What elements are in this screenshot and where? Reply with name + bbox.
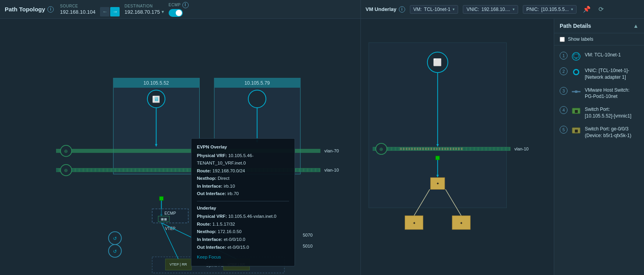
destination-group: Destination 192.168.70.175 ▾ bbox=[124, 4, 164, 15]
show-labels-row: Show labels bbox=[554, 33, 644, 45]
ecmp-info-icon[interactable]: i bbox=[182, 2, 189, 8]
tooltip-field: Nexthop: 172.16.0.50 bbox=[197, 228, 289, 236]
dest-value-row: 192.168.70.175 ▾ bbox=[124, 9, 164, 15]
topology-svg: 10.105.5.52 10.105.5.79 ⬜ 🖥 bbox=[0, 19, 360, 275]
left-panel-title: Path Topology i bbox=[5, 6, 54, 13]
path-item-2[interactable]: 2 VNIC: [TCL-10net-1]-[Network adapter 1… bbox=[554, 64, 644, 84]
vnic-dropdown-label-prefix: VNIC: bbox=[466, 7, 479, 12]
vm-dropdown-value: TCL-10net-1 bbox=[424, 7, 450, 12]
svg-text:VTEP | RR: VTEP | RR bbox=[169, 262, 187, 266]
path-item-3[interactable]: 3 VMware Host Switch: PG-Pod1-10net bbox=[554, 84, 644, 103]
direction-buttons: ← → bbox=[100, 7, 120, 16]
source-dest-row: Source 192.168.10.104 ← → Destination 19… bbox=[60, 2, 189, 17]
path-item-5[interactable]: 5 ▦ Switch Port: ge-0/0/3 (Device: b5r1-… bbox=[554, 123, 644, 142]
refresh-icon-btn[interactable]: ⟳ bbox=[597, 4, 605, 14]
path-item-4-num: 4 bbox=[560, 106, 568, 114]
tooltip-field: In Interface: irb.10 bbox=[197, 183, 289, 190]
svg-text:↺: ↺ bbox=[113, 236, 117, 241]
right-panel: VM Underlay i VM: TCL-10net-1 ▾ VNIC: 19… bbox=[361, 0, 644, 275]
tooltip-evpn-fields: Physical VRF: 10.105.5.46-TENANT_10_VRF.… bbox=[197, 152, 289, 198]
path-topology-info-icon[interactable]: i bbox=[47, 6, 54, 13]
path-item-4[interactable]: 4 ▦ Switch Port: [10.105.5.52]-[vmnic1] bbox=[554, 103, 644, 123]
destination-dropdown-btn[interactable]: ▾ bbox=[162, 9, 164, 14]
source-label: Source bbox=[60, 4, 95, 8]
tooltip-field: Out Interface: et-0/0/15.0 bbox=[197, 244, 289, 251]
tooltip-field: Route: 1.1.5.17/32 bbox=[197, 221, 289, 228]
svg-text:✦: ✦ bbox=[413, 221, 416, 225]
svg-text:vlan-10: vlan-10 bbox=[324, 168, 339, 172]
right-content: ⬜ vlan-10 ⊕ bbox=[361, 19, 644, 275]
svg-text:▦: ▦ bbox=[575, 109, 578, 113]
svg-point-74 bbox=[574, 70, 578, 74]
svg-text:↺: ↺ bbox=[113, 249, 117, 254]
tooltip-underlay-title: Underlay bbox=[197, 204, 289, 212]
svg-text:5070: 5070 bbox=[303, 233, 313, 237]
vm-dropdown[interactable]: VM: TCL-10net-1 ▾ bbox=[410, 5, 458, 14]
destination-label: Destination bbox=[124, 4, 164, 8]
svg-text:ECMP: ECMP bbox=[164, 211, 176, 215]
source-value: 192.168.10.104 bbox=[60, 9, 95, 15]
tooltip-evpn-title: EVPN Overlay bbox=[197, 143, 289, 151]
left-panel: Path Topology i Source 192.168.10.104 ← … bbox=[0, 0, 361, 275]
vnic-dropdown-chevron: ▾ bbox=[513, 7, 515, 11]
ecmp-group: ECMP i bbox=[169, 2, 189, 17]
host-switch-icon bbox=[571, 87, 581, 96]
svg-text:vlan-10: vlan-10 bbox=[515, 147, 529, 151]
pnic-dropdown-value: [10.105.5.5... bbox=[541, 7, 569, 12]
source-group: Source 192.168.10.104 bbox=[60, 4, 95, 15]
topology-canvas: 10.105.5.52 10.105.5.79 ⬜ 🖥 bbox=[0, 19, 360, 275]
svg-text:⊕: ⊕ bbox=[379, 147, 383, 152]
path-tooltip: EVPN Overlay Physical VRF: 10.105.5.46-T… bbox=[191, 138, 295, 266]
vm-underlay-info-icon[interactable]: i bbox=[399, 6, 405, 13]
pin-icon-btn[interactable]: 📌 bbox=[581, 4, 592, 14]
tooltip-field: In Interface: et-0/0/10.0 bbox=[197, 236, 289, 244]
path-details-header: Path Details ▲ bbox=[554, 19, 644, 33]
svg-text:10.105.5.79: 10.105.5.79 bbox=[244, 80, 270, 86]
path-details-panel: Path Details ▲ Show labels 1 bbox=[554, 19, 644, 275]
svg-rect-24 bbox=[159, 197, 163, 201]
svg-rect-58 bbox=[436, 156, 440, 160]
path-item-1-num: 1 bbox=[560, 52, 568, 60]
svg-rect-69 bbox=[572, 52, 580, 60]
svg-point-10 bbox=[248, 90, 266, 108]
tooltip-field: Nexthop: Direct bbox=[197, 175, 289, 183]
svg-text:vlan-70: vlan-70 bbox=[324, 148, 339, 153]
show-labels-checkbox[interactable] bbox=[560, 37, 565, 42]
path-item-2-text: VNIC: [TCL-10net-1]-[Network adapter 1] bbox=[585, 67, 639, 81]
underlay-svg: ⬜ vlan-10 ⊕ bbox=[361, 19, 554, 275]
path-item-3-num: 3 bbox=[560, 87, 568, 95]
switch-port-icon-1: ▦ bbox=[571, 106, 581, 116]
svg-text:⊕: ⊕ bbox=[64, 168, 68, 173]
show-labels-text: Show labels bbox=[568, 36, 593, 42]
vm-dropdown-label-prefix: VM: bbox=[413, 7, 422, 12]
keep-focus-link[interactable]: Keep Focus bbox=[197, 253, 289, 261]
underlay-canvas: ⬜ vlan-10 ⊕ bbox=[361, 19, 554, 275]
tooltip-underlay-fields: Physical VRF: 10.105.5.46-vxlan.inet.0 R… bbox=[197, 213, 289, 251]
vm-underlay-title: VM Underlay i bbox=[366, 6, 405, 13]
right-panel-header: VM Underlay i VM: TCL-10net-1 ▾ VNIC: 19… bbox=[361, 0, 644, 19]
svg-text:10.105.5.52: 10.105.5.52 bbox=[144, 80, 169, 86]
svg-text:⬜: ⬜ bbox=[433, 58, 442, 67]
path-details-collapse-btn[interactable]: ▲ bbox=[633, 23, 639, 29]
ecmp-field-group: ECMP i bbox=[169, 2, 189, 17]
svg-text:⊕: ⊕ bbox=[64, 148, 68, 154]
pnic-dropdown-chevron: ▾ bbox=[571, 7, 573, 11]
path-item-1-text: VM: TCL-10net-1 bbox=[585, 52, 621, 58]
path-item-1[interactable]: 1 VM: TCL-10net-1 bbox=[554, 49, 644, 64]
ecmp-toggle[interactable] bbox=[169, 9, 183, 17]
svg-text:🖥: 🖥 bbox=[154, 96, 159, 102]
path-item-4-text: Switch Port: [10.105.5.52]-[vmnic1] bbox=[585, 106, 639, 119]
vm-monitor-icon bbox=[571, 52, 581, 61]
vm-underlay-label: VM Underlay bbox=[366, 6, 397, 12]
arrow-right-btn[interactable]: → bbox=[110, 7, 120, 16]
pnic-dropdown-label-prefix: PNIC: bbox=[526, 7, 539, 12]
svg-text:5010: 5010 bbox=[303, 244, 313, 248]
path-details-title: Path Details bbox=[560, 23, 591, 29]
path-item-5-num: 5 bbox=[560, 126, 568, 134]
switch-port-icon-2: ▦ bbox=[571, 126, 581, 135]
pnic-dropdown[interactable]: PNIC: [10.105.5.5... ▾ bbox=[523, 5, 577, 14]
vnic-dropdown[interactable]: VNIC: 192.168.10.... ▾ bbox=[463, 5, 518, 14]
arrow-left-btn[interactable]: ← bbox=[100, 7, 109, 16]
tooltip-field: Out Interface: irb.70 bbox=[197, 190, 289, 198]
path-item-2-num: 2 bbox=[560, 67, 568, 75]
